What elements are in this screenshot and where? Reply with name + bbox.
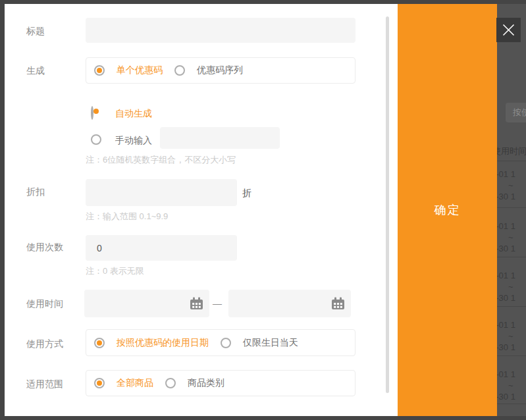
field-label-discount: 折扣 (26, 186, 45, 198)
table-row-divider (497, 355, 526, 356)
table-cell-tilde: ~ (508, 232, 513, 242)
table-cell-date-start: 1-01 1 (497, 369, 515, 379)
table-cell-date-end: 1-30 1 (497, 244, 515, 253)
radio-manual-input[interactable] (91, 134, 101, 145)
radio-manual-input-label[interactable]: 手动输入 (115, 135, 152, 147)
field-label-usage-method: 使用方式 (26, 338, 63, 350)
confirm-button[interactable]: 确定 (398, 4, 497, 416)
background-table-header-usage-time: 使用时间 (497, 145, 526, 157)
radio-by-coupon-date-label[interactable]: 按照优惠码的使用日期 (117, 337, 209, 349)
background-page-fragment: 按使 使用时间 1-01 1 ~ 1-30 1 1-01 1 ~ 1-30 1 … (497, 4, 526, 416)
table-cell-tilde: ~ (508, 331, 513, 341)
discount-range-note: 注：输入范围 0.1~9.9 (86, 211, 168, 223)
table-cell-date-start: 1-01 1 (497, 221, 515, 231)
radio-all-products-label[interactable]: 全部商品 (117, 377, 153, 389)
radio-product-category-label[interactable]: 商品类别 (188, 377, 224, 389)
radio-birthday-only-label[interactable]: 仅限生日当天 (243, 337, 298, 349)
radio-code-series[interactable] (174, 65, 185, 76)
confirm-button-label: 确定 (434, 202, 461, 218)
discount-unit-label: 折 (242, 188, 251, 199)
title-input[interactable] (86, 18, 355, 43)
field-label-usage-count: 使用次数 (26, 242, 63, 253)
coupon-form-modal: 标题 生成 单个优惠码 优惠码序列 自动生成 手动输入 注：6位随机英数字组合，… (5, 4, 398, 416)
radio-auto-generate[interactable] (91, 106, 93, 120)
table-cell-date-start: 1-01 1 (497, 271, 515, 280)
field-label-scope: 适用范围 (26, 379, 63, 390)
manual-code-input[interactable] (160, 127, 280, 149)
table-cell-tilde: ~ (508, 282, 513, 292)
table-cell-date-end: 1-30 1 (497, 192, 515, 201)
usage-count-input[interactable] (86, 235, 237, 261)
table-cell-date-start: 1-01 1 (497, 320, 515, 330)
date-range-separator: — (213, 298, 222, 309)
table-cell-tilde: ~ (508, 381, 513, 390)
radio-by-coupon-date[interactable] (94, 338, 105, 348)
table-cell-date-end: 1-30 1 (497, 392, 515, 402)
usage-count-note: 注：0 表示无限 (86, 265, 144, 277)
table-row-divider (497, 257, 526, 257)
radio-product-category[interactable] (165, 378, 176, 388)
field-label-usage-time: 使用时间 (26, 298, 63, 310)
usage-method-options-group: 按照优惠码的使用日期 仅限生日当天 (86, 329, 355, 356)
field-label-title: 标题 (26, 26, 45, 38)
radio-birthday-only[interactable] (221, 338, 231, 348)
table-cell-date-start: 1-01 1 (497, 169, 515, 179)
code-format-note: 注：6位随机英数字组合，不区分大小写 (86, 154, 236, 166)
radio-code-series-label[interactable]: 优惠码序列 (197, 65, 243, 76)
scope-options-group: 全部商品 商品类别 (86, 370, 355, 396)
table-row-divider (497, 207, 526, 208)
coupon-dialog-screen: 标题 生成 单个优惠码 优惠码序列 自动生成 手动输入 注：6位随机英数字组合，… (0, 0, 526, 420)
table-cell-date-end: 1-30 1 (497, 342, 515, 352)
end-date-picker[interactable] (228, 290, 351, 317)
table-cell-date-end: 1-30 1 (497, 293, 515, 303)
start-date-picker[interactable] (84, 290, 209, 317)
discount-input[interactable] (86, 179, 237, 206)
radio-all-products[interactable] (94, 378, 105, 388)
close-icon (502, 24, 515, 36)
radio-auto-generate-label[interactable]: 自动生成 (115, 108, 152, 120)
radio-single-code-label[interactable]: 单个优惠码 (117, 65, 163, 76)
table-row-divider (497, 161, 526, 161)
table-row-divider (497, 404, 526, 404)
modal-scrollbar-thumb[interactable] (386, 16, 389, 393)
close-button[interactable] (496, 18, 521, 42)
table-row-divider (497, 306, 526, 307)
field-label-generate: 生成 (26, 65, 45, 77)
background-filter-button: 按使 (506, 103, 526, 122)
generate-options-group: 单个优惠码 优惠码序列 (86, 57, 355, 84)
calendar-icon (331, 297, 345, 311)
table-cell-tilde: ~ (508, 180, 513, 190)
radio-single-code[interactable] (94, 65, 105, 76)
calendar-icon (190, 297, 203, 311)
